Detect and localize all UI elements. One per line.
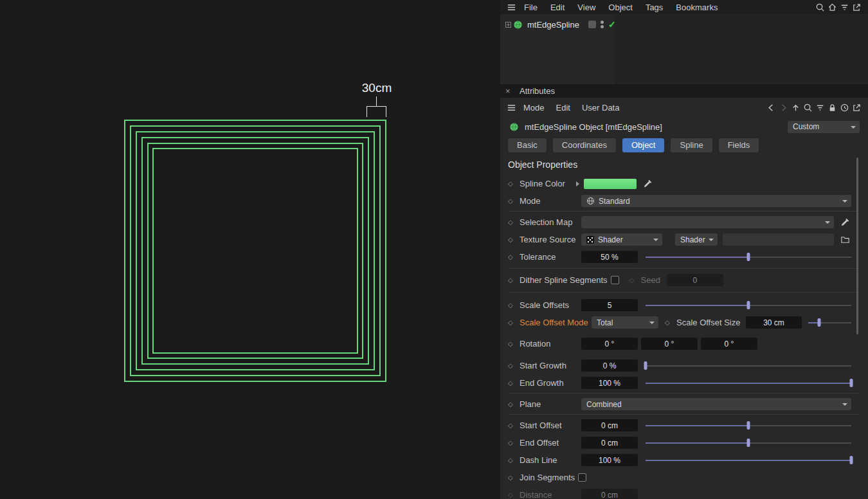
- preset-dropdown[interactable]: Custom: [788, 121, 860, 133]
- tolerance-slider[interactable]: [646, 251, 851, 263]
- slider-handle[interactable]: [817, 318, 820, 327]
- menu-edit[interactable]: Edit: [550, 103, 576, 113]
- end-offset-field[interactable]: 0 cm: [581, 437, 638, 449]
- tab-coordinates[interactable]: Coordinates: [553, 138, 616, 152]
- layer-chip-icon[interactable]: [588, 21, 596, 28]
- mode-dropdown[interactable]: Standard: [581, 195, 851, 207]
- menu-object[interactable]: Object: [602, 3, 639, 12]
- tab-object[interactable]: Object: [622, 138, 665, 152]
- menu-file[interactable]: File: [518, 3, 544, 12]
- external-link-icon[interactable]: [851, 102, 863, 114]
- dash-line-slider[interactable]: [646, 454, 851, 466]
- hamburger-icon[interactable]: [505, 1, 518, 14]
- external-link-icon[interactable]: [851, 1, 863, 14]
- hamburger-icon[interactable]: [505, 102, 518, 114]
- rotation-x-field[interactable]: 0 °: [581, 338, 638, 350]
- keyframe-diamond-icon[interactable]: [665, 319, 676, 326]
- slider-handle[interactable]: [747, 439, 750, 447]
- keyframe-diamond-icon[interactable]: [508, 362, 520, 369]
- keyframe-diamond-icon[interactable]: [508, 340, 520, 347]
- menu-bookmarks[interactable]: Bookmarks: [669, 3, 724, 12]
- keyframe-diamond-icon[interactable]: [508, 439, 520, 446]
- close-icon[interactable]: ×: [505, 86, 517, 96]
- tree-row-mtedgespline[interactable]: mtEdgeSpline ✓: [504, 19, 616, 30]
- scale-offset-size-slider[interactable]: [808, 316, 851, 329]
- dash-line-field[interactable]: 100 %: [581, 454, 638, 466]
- keyframe-diamond-icon[interactable]: [508, 319, 520, 326]
- scale-offset-size-field[interactable]: 30 cm: [746, 316, 802, 329]
- scrollbar-thumb[interactable]: [856, 158, 858, 334]
- keyframe-diamond-icon[interactable]: [508, 219, 520, 226]
- slider-handle[interactable]: [747, 421, 750, 430]
- keyframe-diamond-icon[interactable]: [508, 197, 520, 204]
- slider-handle[interactable]: [747, 301, 750, 309]
- lock-icon[interactable]: [826, 102, 838, 114]
- tab-basic[interactable]: Basic: [508, 138, 547, 152]
- start-growth-field[interactable]: 0 %: [581, 359, 638, 372]
- keyframe-diamond-icon[interactable]: [508, 277, 520, 284]
- tab-spline[interactable]: Spline: [671, 138, 712, 152]
- expand-arrow-icon[interactable]: [576, 181, 579, 186]
- end-offset-slider[interactable]: [646, 437, 851, 449]
- eyedropper-icon[interactable]: [839, 216, 851, 228]
- keyframe-diamond-icon[interactable]: [508, 253, 520, 260]
- slider-handle[interactable]: [644, 361, 647, 370]
- section-object-properties[interactable]: Object Properties: [500, 154, 868, 175]
- end-growth-slider[interactable]: [646, 377, 851, 389]
- slider-handle[interactable]: [850, 456, 853, 464]
- keyframe-diamond-icon[interactable]: [508, 422, 520, 429]
- expand-plus-box-icon[interactable]: [504, 19, 512, 31]
- keyframe-diamond-icon[interactable]: [508, 457, 520, 464]
- keyframe-diamond-icon[interactable]: [508, 379, 520, 386]
- forward-icon[interactable]: [777, 102, 790, 114]
- filter-icon[interactable]: [814, 102, 826, 114]
- texture-source-dropdown[interactable]: Shader: [581, 233, 662, 246]
- keyframe-diamond-icon[interactable]: [508, 302, 520, 309]
- menu-view[interactable]: View: [571, 3, 602, 12]
- back-icon[interactable]: [765, 102, 777, 114]
- start-offset-field[interactable]: 0 cm: [581, 419, 638, 431]
- tolerance-field[interactable]: 50 %: [581, 251, 638, 263]
- object-manager[interactable]: mtEdgeSpline ✓: [500, 14, 868, 84]
- param-row-texture-source: Texture Source Shader Shader: [500, 231, 868, 248]
- rotation-z-field[interactable]: 0 °: [701, 338, 757, 350]
- search-icon[interactable]: [802, 102, 814, 114]
- visibility-dots-icon[interactable]: [601, 21, 604, 28]
- shader-link-field[interactable]: [723, 233, 834, 246]
- scale-offset-mode-dropdown[interactable]: Total: [592, 316, 658, 329]
- join-segments-checkbox[interactable]: [578, 473, 586, 482]
- keyframe-diamond-icon[interactable]: [508, 474, 520, 481]
- tab-fields[interactable]: Fields: [719, 138, 759, 152]
- history-icon[interactable]: [838, 102, 851, 114]
- spline-color-swatch[interactable]: [584, 179, 637, 189]
- up-icon[interactable]: [790, 102, 802, 114]
- folder-icon[interactable]: [839, 233, 851, 246]
- slider-handle[interactable]: [850, 379, 853, 387]
- shader-type-dropdown[interactable]: Shader: [675, 233, 718, 246]
- filter-icon[interactable]: [838, 1, 851, 14]
- search-icon[interactable]: [814, 1, 826, 14]
- rotation-y-field[interactable]: 0 °: [641, 338, 698, 350]
- start-offset-slider[interactable]: [646, 419, 851, 431]
- slider-handle[interactable]: [747, 253, 750, 261]
- selection-map-dropdown[interactable]: [581, 216, 834, 228]
- menu-mode[interactable]: Mode: [518, 103, 550, 113]
- object-name[interactable]: mtEdgeSpline: [527, 20, 579, 30]
- scale-offsets-slider[interactable]: [646, 299, 851, 311]
- param-label: Rotation: [520, 339, 581, 349]
- home-icon[interactable]: [826, 1, 838, 14]
- keyframe-diamond-icon[interactable]: [508, 180, 520, 187]
- keyframe-diamond-icon[interactable]: [508, 401, 520, 408]
- start-growth-slider[interactable]: [646, 359, 851, 372]
- menu-edit[interactable]: Edit: [544, 3, 571, 12]
- plane-dropdown[interactable]: Combined: [581, 398, 851, 410]
- end-growth-field[interactable]: 100 %: [581, 377, 638, 389]
- eyedropper-icon[interactable]: [642, 177, 654, 190]
- scale-offsets-field[interactable]: 5: [581, 299, 638, 311]
- viewport[interactable]: 30cm: [0, 0, 500, 499]
- enabled-check-icon[interactable]: ✓: [608, 19, 616, 30]
- menu-user-data[interactable]: User Data: [576, 103, 626, 113]
- keyframe-diamond-icon[interactable]: [508, 236, 520, 243]
- dither-checkbox[interactable]: [611, 276, 619, 284]
- menu-tags[interactable]: Tags: [639, 3, 669, 12]
